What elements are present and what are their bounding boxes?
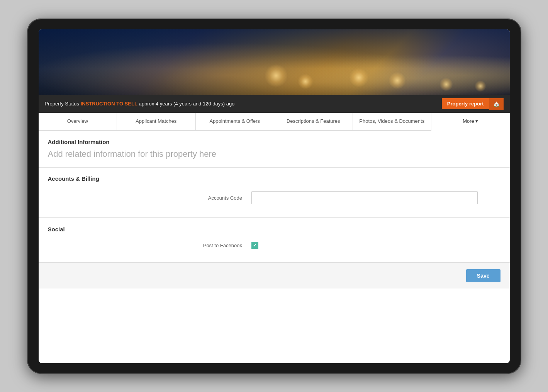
status-time: approx 4 years (4 years and 120 days) ag… [139, 101, 234, 107]
tab-applicant-matches-label: Applicant Matches [136, 118, 176, 124]
tablet-screen: Property Status INSTRUCTION TO SELL appr… [39, 29, 510, 363]
post-to-facebook-row: Post to Facebook [48, 236, 500, 254]
tab-more-label: More ▾ [463, 118, 478, 124]
accounts-code-input[interactable] [251, 191, 478, 204]
property-status-text: Property Status INSTRUCTION TO SELL appr… [45, 101, 235, 107]
status-label: Property Status [45, 101, 80, 107]
main-content: Additional Information Add related infor… [39, 131, 510, 288]
additional-info-section: Additional Information Add related infor… [39, 131, 510, 167]
additional-info-title: Additional Information [48, 139, 500, 145]
tab-overview[interactable]: Overview [39, 113, 117, 130]
accounts-billing-title: Accounts & Billing [48, 175, 500, 182]
tab-appointments-offers-label: Appointments & Offers [209, 118, 260, 124]
social-section: Social Post to Facebook [39, 218, 510, 262]
home-icon: 🏠 [493, 101, 500, 107]
status-actions: Property report 🏠 [442, 98, 504, 110]
tab-photos-videos-docs[interactable]: Photos, Videos & Documents [353, 113, 432, 130]
additional-info-subtitle: Add related information for this propert… [48, 149, 500, 159]
post-to-facebook-label: Post to Facebook [48, 243, 251, 248]
status-highlight: INSTRUCTION TO SELL [81, 101, 137, 107]
hero-image [39, 29, 510, 95]
property-status-bar: Property Status INSTRUCTION TO SELL appr… [39, 95, 510, 113]
property-report-label: Property report [447, 101, 484, 107]
home-button[interactable]: 🏠 [489, 98, 504, 110]
footer-bar: Save [39, 263, 510, 288]
tab-descriptions-features[interactable]: Descriptions & Features [274, 113, 353, 130]
tab-more[interactable]: More ▾ [431, 113, 510, 131]
accounts-code-row: Accounts Code [48, 186, 500, 210]
tab-applicant-matches[interactable]: Applicant Matches [117, 113, 196, 130]
accounts-code-label: Accounts Code [48, 195, 251, 201]
post-to-facebook-checkbox[interactable] [251, 242, 258, 249]
property-report-button[interactable]: Property report [442, 98, 489, 109]
social-title: Social [48, 226, 500, 232]
tab-overview-label: Overview [67, 118, 88, 124]
nav-tabs: Overview Applicant Matches Appointments … [39, 113, 510, 131]
tab-descriptions-features-label: Descriptions & Features [287, 118, 340, 124]
tab-appointments-offers[interactable]: Appointments & Offers [196, 113, 275, 130]
save-button[interactable]: Save [466, 269, 500, 282]
tablet-frame: Property Status INSTRUCTION TO SELL appr… [27, 19, 521, 374]
tab-photos-videos-docs-label: Photos, Videos & Documents [359, 118, 424, 124]
accounts-billing-section: Accounts & Billing Accounts Code [39, 168, 510, 218]
